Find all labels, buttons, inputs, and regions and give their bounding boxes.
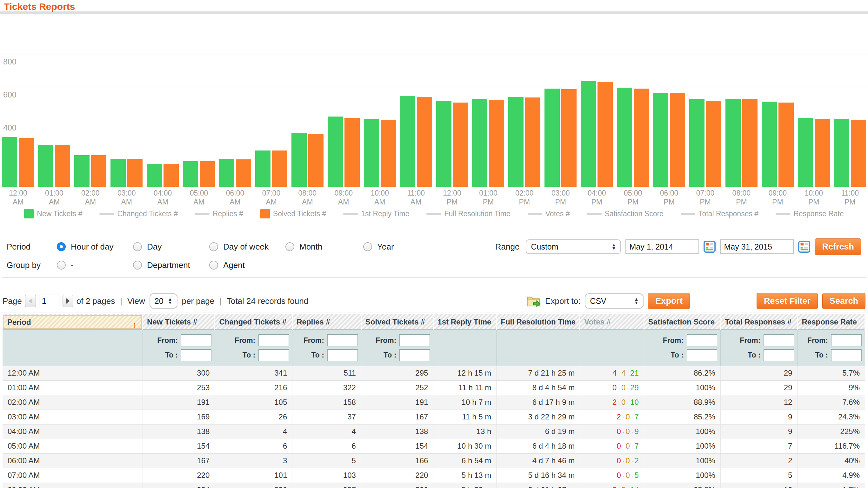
groupby-option-agent[interactable]: Agent	[209, 261, 285, 270]
sorted-column-header[interactable]: Period↑	[3, 315, 142, 329]
from-label: From:	[663, 336, 684, 345]
from-filter-input[interactable]	[181, 334, 212, 346]
top-divider	[0, 11, 868, 14]
column-header-satisfaction-score[interactable]: Satisfaction Score	[644, 314, 720, 330]
legend-item[interactable]: Votes #	[528, 210, 570, 218]
legend-swatch-icon	[426, 213, 441, 215]
legend-item[interactable]: Response Rate	[776, 210, 844, 218]
groupby-option-department[interactable]: Department	[133, 261, 209, 270]
period-option-hour-of-day[interactable]: Hour of day	[57, 242, 133, 252]
column-header-full-resolution-time[interactable]: Full Resolution Time	[497, 314, 580, 330]
votes-neutral: 0	[625, 441, 629, 450]
x-axis-tick-label: 10:00PM	[796, 189, 832, 208]
cell-votes: 2·0·10	[580, 395, 644, 409]
radio-button[interactable]	[57, 242, 66, 251]
x-axis-tick-label: 08:00AM	[289, 189, 326, 208]
legend-item[interactable]: New Tickets #	[24, 209, 82, 218]
date-from-input[interactable]	[625, 239, 699, 254]
calendar-icon[interactable]	[798, 241, 810, 253]
cell-replies: 6	[292, 439, 361, 453]
bar-group	[506, 97, 542, 187]
column-header-replies-[interactable]: Replies #	[292, 314, 361, 330]
radio-label: Day of week	[223, 242, 269, 252]
export-button[interactable]: Export	[648, 293, 690, 309]
refresh-button[interactable]: Refresh	[815, 239, 861, 255]
groupby-option--[interactable]: -	[57, 261, 133, 270]
radio-button[interactable]	[209, 242, 218, 251]
cell-full-resolution-time: 5 d 16 h 34 m	[497, 468, 580, 483]
legend-item[interactable]: Changed Tickets #	[99, 210, 178, 218]
column-header-solved-tickets-[interactable]: Solved Tickets #	[361, 314, 433, 330]
from-filter-input[interactable]	[399, 334, 430, 346]
column-header-total-responses-[interactable]: Total Responses #	[720, 314, 798, 330]
radio-button[interactable]	[363, 242, 372, 251]
legend-item[interactable]: Satisfaction Score	[587, 210, 663, 218]
cell-new-tickets: 169	[143, 409, 215, 424]
next-page-button[interactable]	[63, 295, 73, 307]
bar-new-tickets	[74, 155, 90, 187]
range-select[interactable]: Custom ▲▼	[526, 239, 621, 254]
radio-button[interactable]	[133, 261, 142, 270]
legend-item[interactable]: Total Responses #	[681, 210, 758, 218]
period-option-day[interactable]: Day	[133, 242, 209, 252]
legend-swatch-icon	[24, 209, 34, 218]
bar-group	[470, 99, 506, 187]
bar-group	[145, 164, 181, 187]
bar-group	[832, 119, 868, 187]
select-arrows-icon: ▲▼	[612, 243, 616, 250]
column-header-period[interactable]: Period↑	[3, 314, 143, 330]
reset-filter-button[interactable]: Reset Filter	[756, 293, 818, 309]
from-filter-input[interactable]	[327, 334, 358, 346]
page-label: Page	[3, 296, 22, 306]
per-page-value: 20	[155, 297, 163, 306]
votes-positive: 29	[630, 383, 639, 392]
column-header-1st-reply-time[interactable]: 1st Reply Time	[433, 314, 497, 330]
per-page-select[interactable]: 20 ▲▼	[150, 293, 178, 309]
cell-changed-tickets: 4	[215, 424, 292, 439]
to-filter-input[interactable]	[181, 349, 212, 361]
radio-button[interactable]	[133, 242, 142, 251]
to-filter-input[interactable]	[399, 349, 430, 361]
cell-changed-tickets: 105	[215, 395, 292, 409]
radio-button[interactable]	[57, 261, 66, 270]
period-option-year[interactable]: Year	[363, 242, 439, 252]
radio-button[interactable]	[209, 261, 218, 270]
votes-negative: 0	[613, 485, 617, 488]
legend-label: Solved Tickets #	[273, 210, 326, 218]
search-button[interactable]: Search	[822, 293, 865, 309]
legend-item[interactable]: Replies #	[195, 210, 243, 218]
votes-negative: 0	[613, 383, 617, 392]
from-filter-input[interactable]	[831, 334, 862, 346]
period-option-day-of-week[interactable]: Day of week	[209, 242, 285, 252]
column-header-new-tickets-[interactable]: New Tickets #	[143, 314, 215, 330]
page-number-input[interactable]	[39, 295, 59, 307]
calendar-icon[interactable]	[704, 241, 716, 253]
prev-page-button[interactable]	[25, 295, 36, 307]
x-axis-tick-label: 03:00AM	[108, 189, 145, 208]
period-option-month[interactable]: Month	[285, 242, 363, 252]
table-row: 05:00 AM1546615410 h 30 m6 d 4 h 18 m0·0…	[3, 439, 865, 453]
legend-item[interactable]: Solved Tickets #	[260, 209, 326, 218]
to-filter-input[interactable]	[764, 349, 794, 361]
from-filter-input[interactable]	[687, 334, 717, 346]
to-filter-input[interactable]	[687, 349, 717, 361]
column-header-response-rate[interactable]: Response Rate	[798, 314, 865, 330]
to-filter-input[interactable]	[258, 349, 289, 361]
bar-group	[434, 101, 470, 187]
to-filter-input[interactable]	[831, 349, 862, 361]
filter-cell: From:To :	[143, 330, 215, 366]
cell-response-rate: 7.6%	[798, 395, 865, 409]
export-format-select[interactable]: CSV ▲▼	[585, 293, 644, 309]
column-header-votes-[interactable]: Votes #	[580, 314, 644, 330]
cell-full-resolution-time: 7 d 21 h 25 m	[497, 366, 580, 380]
date-to-input[interactable]	[720, 239, 794, 254]
bar-group	[579, 81, 615, 187]
to-filter-input[interactable]	[327, 349, 358, 361]
from-filter-input[interactable]	[258, 334, 289, 346]
column-header-changed-tickets-[interactable]: Changed Tickets #	[215, 314, 292, 330]
from-filter-input[interactable]	[764, 334, 794, 346]
legend-item[interactable]: Full Resolution Time	[426, 210, 510, 218]
legend-item[interactable]: 1st Reply Time	[343, 210, 409, 218]
radio-button[interactable]	[285, 242, 294, 251]
filter-cell: From:To :	[215, 330, 292, 366]
